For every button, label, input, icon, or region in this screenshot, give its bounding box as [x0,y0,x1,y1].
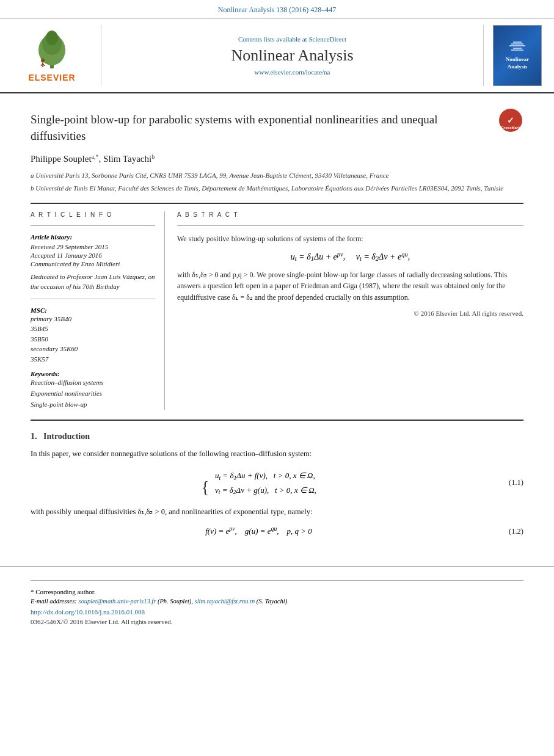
communicated-by: Communicated by Enzo Mitidieri [31,260,155,267]
formula-1-2-content: f(v) = epv, g(u) = equ, p, q > 0 [31,526,487,536]
msc-divider [31,299,155,299]
doi-link[interactable]: http://dx.doi.org/10.1016/j.na.2016.01.0… [31,608,523,616]
svg-rect-10 [511,43,523,45]
cover-logo [508,40,527,54]
affiliations: a Université Paris 13, Sorbonne Paris Ci… [31,170,523,193]
footer: * Corresponding author. E-mail addresses… [0,566,554,631]
keyword-2: Exponential nonlinearities [31,388,155,399]
abstract-formula-text: ut = δ1Δu + epv, vt = δ2Δv + equ, [291,252,410,261]
elsevier-logo: ELSEVIER [12,25,92,86]
journal-title: Nonlinear Analysis [231,46,353,65]
journal-cover: NonlinearAnalysis [493,25,542,86]
svg-text:✓: ✓ [507,115,514,125]
intro-paragraph-2: with possibly unequal diffusivities δ₁,δ… [31,506,523,518]
keywords-label: Keywords: [31,370,155,377]
article-title: Single-point blow-up for parabolic syste… [31,112,493,144]
msc-item-3: 35K57 [31,354,155,365]
section1-number: 1. [31,432,37,441]
main-content: Single-point blow-up for parabolic syste… [0,93,554,557]
footnote-star: * Corresponding author. [31,588,523,595]
section-divider [31,420,523,421]
accepted-date: Accepted 11 January 2016 [31,252,155,259]
affil-a: a Université Paris 13, Sorbonne Paris Ci… [31,170,523,181]
svg-point-3 [46,31,58,45]
cover-image: NonlinearAnalysis [493,25,542,86]
footnote-emails: E-mail addresses: souplet@math.univ-pari… [31,598,523,605]
keywords-section: Keywords: Reaction–diffusion systems Exp… [31,370,155,410]
author1-super: a,* [92,153,99,160]
svg-rect-12 [511,49,523,51]
crossmark-logo: ✓ CrossMark [499,109,523,133]
article-info-label: A R T I C L E I N F O [31,211,155,218]
svg-rect-8 [509,45,525,46]
journal-ref: Nonlinear Analysis 138 (2016) 428–447 [218,5,336,14]
msc-label: MSC: [31,307,155,314]
top-bar: Nonlinear Analysis 138 (2016) 428–447 [0,0,554,19]
author1-name: Philippe Souplet [31,154,92,164]
svg-text:CrossMark: CrossMark [501,126,520,129]
sciencedirect-link[interactable]: ScienceDirect [308,35,346,43]
dedication-text: Dedicated to Professor Juan Luis Vázquez… [31,272,155,291]
email-label: E-mail addresses: [31,598,77,605]
formula-line-1: ut = δ1Δu + f(v), t > 0, x ∈ Ω, [215,468,316,482]
elsevier-label: ELSEVIER [28,73,75,82]
abstract-col: A B S T R A C T We study positive blowin… [177,211,523,410]
formula-1-1: { ut = δ1Δu + f(v), t > 0, x ∈ Ω, vt = δ… [31,468,523,497]
author2-name: , Slim Tayachi [99,154,152,164]
author2-super: b [151,153,155,160]
crossmark-icon: ✓ CrossMark [499,109,522,132]
msc-item-2: 35B50 [31,334,155,344]
abstract-label: A B S T R A C T [177,211,523,218]
msc-primary-item: primary 35B40 [31,314,155,324]
msc-item-1: 35B45 [31,324,155,334]
doi-anchor[interactable]: http://dx.doi.org/10.1016/j.na.2016.01.0… [31,608,145,616]
keyword-3: Single-point blow-up [31,399,155,410]
formula-line-2: vt = δ2Δv + g(u), t > 0, x ∈ Ω, [215,483,316,497]
history-title: Article history: [31,233,155,241]
cover-title: NonlinearAnalysis [506,56,530,70]
svg-point-4 [41,59,45,62]
section1-title: Introduction [43,432,90,441]
section1-heading: 1. Introduction [31,432,523,442]
abstract-copyright: © 2016 Elsevier Ltd. All rights reserved… [177,310,523,317]
affil-b: b Université de Tunis El Manar, Faculté … [31,183,523,194]
svg-rect-9 [513,42,522,43]
email1-name: (Ph. Souplet), [158,598,195,605]
article-info-col: A R T I C L E I N F O Article history: R… [31,211,165,410]
journal-url-link[interactable]: www.elsevier.com/locate/na [255,68,330,76]
msc-secondary-label: secondary 35K60 [31,344,155,354]
journal-ref-link[interactable]: Nonlinear Analysis 138 (2016) 428–447 [218,5,336,14]
contents-line: Contents lists available at ScienceDirec… [238,35,346,43]
formula-system: ut = δ1Δu + f(v), t > 0, x ∈ Ω, vt = δ2Δ… [215,468,316,497]
intro-paragraph-1: In this paper, we consider nonnegative s… [31,448,523,460]
page-wrapper: Nonlinear Analysis 138 (2016) 428–447 EL… [0,0,554,756]
formula-1-1-number: (1.1) [487,478,523,487]
formula-brace: { [201,478,209,496]
msc-section: MSC: primary 35B40 35B45 35B50 secondary… [31,307,155,365]
abstract-divider [177,225,523,226]
abstract-intro-text: We study positive blowing-up solutions o… [177,233,523,245]
received-date: Received 29 September 2015 [31,243,155,250]
contents-available-text: Contents lists available at [238,35,307,43]
journal-info: Contents lists available at ScienceDirec… [101,25,484,86]
msc-primary: primary 35B40 35B45 35B50 secondary 35K6… [31,314,155,365]
email1-link[interactable]: souplet@math.univ-paris13.fr [78,598,156,605]
authors-line: Philippe Soupleta,*, Slim Tayachib [31,154,523,164]
formula-1-2: f(v) = epv, g(u) = equ, p, q > 0 (1.2) [31,526,523,536]
info-divider [31,225,155,226]
svg-rect-11 [513,48,522,49]
elsevier-tree-icon [24,29,79,71]
title-row: Single-point blow-up for parabolic syste… [31,106,523,154]
header-divider [31,203,523,204]
formula-1-1-content: { ut = δ1Δu + f(v), t > 0, x ∈ Ω, vt = δ… [31,468,487,497]
email2-link[interactable]: slim.tayachi@fst.rnu.tn [195,598,255,605]
footer-divider [31,580,523,581]
keywords-list: Reaction–diffusion systems Exponential n… [31,377,155,410]
abstract-body-text: with δ₁,δ₂ > 0 and p,q > 0. We prove sin… [177,269,523,303]
email2-name: (S. Tayachi). [257,598,289,605]
journal-header: ELSEVIER Contents lists available at Sci… [0,19,554,93]
formula-1-2-number: (1.2) [487,527,523,536]
article-info-abstract: A R T I C L E I N F O Article history: R… [31,211,523,410]
formula-1-2-text: f(v) = epv, g(u) = equ, p, q > 0 [205,526,312,536]
keyword-1: Reaction–diffusion systems [31,377,155,388]
